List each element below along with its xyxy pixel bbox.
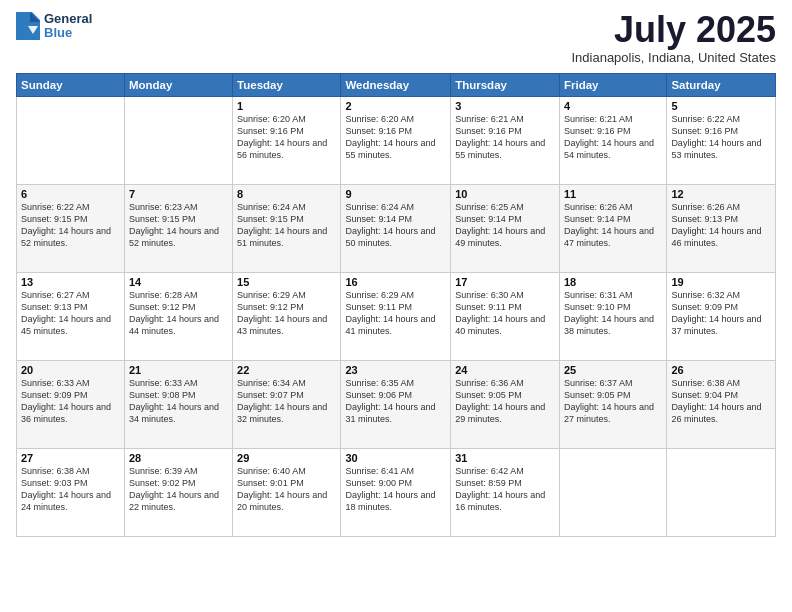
col-sunday: Sunday: [17, 74, 125, 97]
day-number: 13: [21, 276, 120, 288]
calendar-cell: 29Sunrise: 6:40 AM Sunset: 9:01 PM Dayli…: [233, 449, 341, 537]
header-row: Sunday Monday Tuesday Wednesday Thursday…: [17, 74, 776, 97]
calendar-cell: 11Sunrise: 6:26 AM Sunset: 9:14 PM Dayli…: [559, 185, 666, 273]
day-info: Sunrise: 6:42 AM Sunset: 8:59 PM Dayligh…: [455, 465, 555, 514]
day-info: Sunrise: 6:32 AM Sunset: 9:09 PM Dayligh…: [671, 289, 771, 338]
day-number: 26: [671, 364, 771, 376]
day-info: Sunrise: 6:33 AM Sunset: 9:08 PM Dayligh…: [129, 377, 228, 426]
day-info: Sunrise: 6:29 AM Sunset: 9:12 PM Dayligh…: [237, 289, 336, 338]
header: General Blue July 2025 Indianapolis, Ind…: [16, 12, 776, 65]
calendar: Sunday Monday Tuesday Wednesday Thursday…: [16, 73, 776, 537]
day-number: 24: [455, 364, 555, 376]
calendar-cell: 28Sunrise: 6:39 AM Sunset: 9:02 PM Dayli…: [124, 449, 232, 537]
col-wednesday: Wednesday: [341, 74, 451, 97]
day-number: 3: [455, 100, 555, 112]
day-info: Sunrise: 6:30 AM Sunset: 9:11 PM Dayligh…: [455, 289, 555, 338]
calendar-cell: [17, 97, 125, 185]
calendar-cell: 27Sunrise: 6:38 AM Sunset: 9:03 PM Dayli…: [17, 449, 125, 537]
day-number: 8: [237, 188, 336, 200]
day-number: 10: [455, 188, 555, 200]
calendar-cell: [667, 449, 776, 537]
week-row-2: 6Sunrise: 6:22 AM Sunset: 9:15 PM Daylig…: [17, 185, 776, 273]
day-info: Sunrise: 6:23 AM Sunset: 9:15 PM Dayligh…: [129, 201, 228, 250]
day-info: Sunrise: 6:33 AM Sunset: 9:09 PM Dayligh…: [21, 377, 120, 426]
day-info: Sunrise: 6:25 AM Sunset: 9:14 PM Dayligh…: [455, 201, 555, 250]
calendar-cell: 20Sunrise: 6:33 AM Sunset: 9:09 PM Dayli…: [17, 361, 125, 449]
day-info: Sunrise: 6:24 AM Sunset: 9:15 PM Dayligh…: [237, 201, 336, 250]
col-monday: Monday: [124, 74, 232, 97]
logo: General Blue: [16, 12, 92, 41]
calendar-cell: 9Sunrise: 6:24 AM Sunset: 9:14 PM Daylig…: [341, 185, 451, 273]
day-number: 19: [671, 276, 771, 288]
day-number: 12: [671, 188, 771, 200]
day-info: Sunrise: 6:29 AM Sunset: 9:11 PM Dayligh…: [345, 289, 446, 338]
day-number: 22: [237, 364, 336, 376]
calendar-cell: 15Sunrise: 6:29 AM Sunset: 9:12 PM Dayli…: [233, 273, 341, 361]
calendar-cell: 12Sunrise: 6:26 AM Sunset: 9:13 PM Dayli…: [667, 185, 776, 273]
logo-icon: [16, 12, 40, 40]
col-tuesday: Tuesday: [233, 74, 341, 97]
day-info: Sunrise: 6:36 AM Sunset: 9:05 PM Dayligh…: [455, 377, 555, 426]
calendar-cell: 7Sunrise: 6:23 AM Sunset: 9:15 PM Daylig…: [124, 185, 232, 273]
day-info: Sunrise: 6:38 AM Sunset: 9:03 PM Dayligh…: [21, 465, 120, 514]
calendar-cell: 1Sunrise: 6:20 AM Sunset: 9:16 PM Daylig…: [233, 97, 341, 185]
day-info: Sunrise: 6:28 AM Sunset: 9:12 PM Dayligh…: [129, 289, 228, 338]
day-number: 6: [21, 188, 120, 200]
day-number: 9: [345, 188, 446, 200]
day-number: 2: [345, 100, 446, 112]
day-number: 1: [237, 100, 336, 112]
calendar-cell: 22Sunrise: 6:34 AM Sunset: 9:07 PM Dayli…: [233, 361, 341, 449]
day-number: 14: [129, 276, 228, 288]
calendar-cell: 16Sunrise: 6:29 AM Sunset: 9:11 PM Dayli…: [341, 273, 451, 361]
day-info: Sunrise: 6:20 AM Sunset: 9:16 PM Dayligh…: [345, 113, 446, 162]
col-saturday: Saturday: [667, 74, 776, 97]
day-number: 18: [564, 276, 662, 288]
day-number: 27: [21, 452, 120, 464]
calendar-cell: 25Sunrise: 6:37 AM Sunset: 9:05 PM Dayli…: [559, 361, 666, 449]
day-info: Sunrise: 6:38 AM Sunset: 9:04 PM Dayligh…: [671, 377, 771, 426]
day-number: 28: [129, 452, 228, 464]
day-info: Sunrise: 6:31 AM Sunset: 9:10 PM Dayligh…: [564, 289, 662, 338]
logo-general-text: General: [44, 12, 92, 26]
day-info: Sunrise: 6:22 AM Sunset: 9:15 PM Dayligh…: [21, 201, 120, 250]
calendar-cell: 24Sunrise: 6:36 AM Sunset: 9:05 PM Dayli…: [451, 361, 560, 449]
day-info: Sunrise: 6:37 AM Sunset: 9:05 PM Dayligh…: [564, 377, 662, 426]
calendar-cell: 17Sunrise: 6:30 AM Sunset: 9:11 PM Dayli…: [451, 273, 560, 361]
day-number: 23: [345, 364, 446, 376]
calendar-cell: 21Sunrise: 6:33 AM Sunset: 9:08 PM Dayli…: [124, 361, 232, 449]
day-info: Sunrise: 6:39 AM Sunset: 9:02 PM Dayligh…: [129, 465, 228, 514]
calendar-cell: 5Sunrise: 6:22 AM Sunset: 9:16 PM Daylig…: [667, 97, 776, 185]
day-number: 31: [455, 452, 555, 464]
day-info: Sunrise: 6:35 AM Sunset: 9:06 PM Dayligh…: [345, 377, 446, 426]
calendar-cell: 8Sunrise: 6:24 AM Sunset: 9:15 PM Daylig…: [233, 185, 341, 273]
svg-marker-1: [30, 12, 40, 22]
location: Indianapolis, Indiana, United States: [571, 50, 776, 65]
day-info: Sunrise: 6:26 AM Sunset: 9:13 PM Dayligh…: [671, 201, 771, 250]
calendar-cell: 10Sunrise: 6:25 AM Sunset: 9:14 PM Dayli…: [451, 185, 560, 273]
day-number: 30: [345, 452, 446, 464]
day-number: 5: [671, 100, 771, 112]
calendar-header: Sunday Monday Tuesday Wednesday Thursday…: [17, 74, 776, 97]
calendar-cell: 23Sunrise: 6:35 AM Sunset: 9:06 PM Dayli…: [341, 361, 451, 449]
logo-blue-text: Blue: [44, 26, 92, 40]
title-block: July 2025 Indianapolis, Indiana, United …: [571, 12, 776, 65]
day-info: Sunrise: 6:24 AM Sunset: 9:14 PM Dayligh…: [345, 201, 446, 250]
calendar-cell: 31Sunrise: 6:42 AM Sunset: 8:59 PM Dayli…: [451, 449, 560, 537]
calendar-cell: [124, 97, 232, 185]
day-number: 20: [21, 364, 120, 376]
calendar-cell: 6Sunrise: 6:22 AM Sunset: 9:15 PM Daylig…: [17, 185, 125, 273]
day-number: 17: [455, 276, 555, 288]
calendar-cell: 14Sunrise: 6:28 AM Sunset: 9:12 PM Dayli…: [124, 273, 232, 361]
day-number: 4: [564, 100, 662, 112]
col-thursday: Thursday: [451, 74, 560, 97]
calendar-cell: 4Sunrise: 6:21 AM Sunset: 9:16 PM Daylig…: [559, 97, 666, 185]
day-number: 16: [345, 276, 446, 288]
calendar-cell: 30Sunrise: 6:41 AM Sunset: 9:00 PM Dayli…: [341, 449, 451, 537]
page: General Blue July 2025 Indianapolis, Ind…: [0, 0, 792, 612]
week-row-4: 20Sunrise: 6:33 AM Sunset: 9:09 PM Dayli…: [17, 361, 776, 449]
day-info: Sunrise: 6:27 AM Sunset: 9:13 PM Dayligh…: [21, 289, 120, 338]
calendar-cell: 13Sunrise: 6:27 AM Sunset: 9:13 PM Dayli…: [17, 273, 125, 361]
day-number: 21: [129, 364, 228, 376]
calendar-body: 1Sunrise: 6:20 AM Sunset: 9:16 PM Daylig…: [17, 97, 776, 537]
week-row-3: 13Sunrise: 6:27 AM Sunset: 9:13 PM Dayli…: [17, 273, 776, 361]
